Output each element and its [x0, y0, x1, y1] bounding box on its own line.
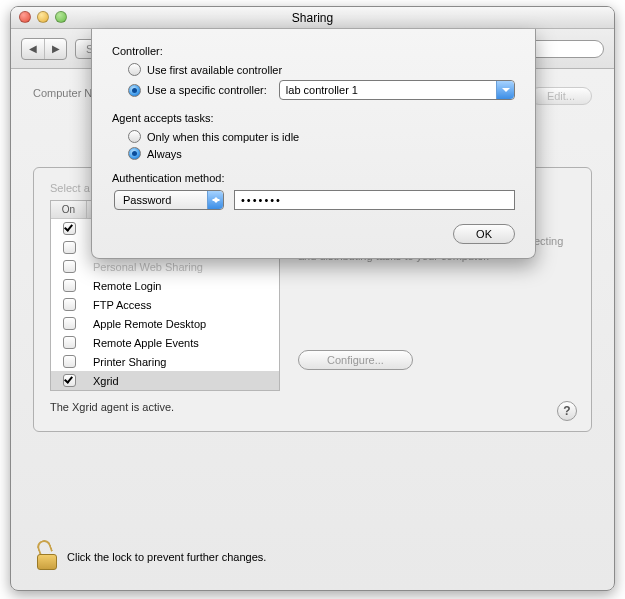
sharing-prefpane-window: Sharing ◀ ▶ Show All Computer Name: Edit…: [10, 6, 615, 591]
popup-value: Password: [123, 194, 171, 206]
help-button[interactable]: ?: [557, 401, 577, 421]
radio-label: Use a specific controller:: [147, 84, 267, 96]
service-checkbox-cell: [51, 298, 87, 312]
service-checkbox-cell: [51, 374, 87, 388]
window-title: Sharing: [292, 11, 333, 25]
checkbox-icon[interactable]: [63, 279, 76, 292]
lock-text: Click the lock to prevent further change…: [67, 551, 266, 563]
service-name: Apple Remote Desktop: [87, 318, 279, 330]
window-controls: [19, 11, 67, 23]
agent-idle[interactable]: Only when this computer is idle: [128, 130, 515, 143]
ok-button[interactable]: OK: [453, 224, 515, 244]
radio-icon: [128, 130, 141, 143]
service-name: Printer Sharing: [87, 356, 279, 368]
stepper-icon: [207, 191, 223, 209]
col-on: On: [51, 201, 87, 218]
table-row[interactable]: Personal Web Sharing: [51, 257, 279, 276]
radio-label: Always: [147, 148, 182, 160]
nav-segmented: ◀ ▶: [21, 38, 67, 60]
lock-icon[interactable]: [37, 544, 59, 570]
combo-value: lab controller 1: [286, 84, 358, 96]
service-name: FTP Access: [87, 299, 279, 311]
controller-first-available[interactable]: Use first available controller: [128, 63, 515, 76]
table-row[interactable]: Xgrid: [51, 371, 279, 390]
radio-icon: [128, 63, 141, 76]
checkbox-icon[interactable]: [63, 241, 76, 254]
service-checkbox-cell: [51, 355, 87, 369]
checkbox-icon[interactable]: [63, 298, 76, 311]
lock-row: Click the lock to prevent further change…: [37, 544, 266, 570]
table-row[interactable]: Remote Apple Events: [51, 333, 279, 352]
checkbox-icon[interactable]: [63, 222, 76, 235]
auth-label: Authentication method:: [112, 172, 515, 184]
table-row[interactable]: FTP Access: [51, 295, 279, 314]
radio-label: Use first available controller: [147, 64, 282, 76]
zoom-icon[interactable]: [55, 11, 67, 23]
close-icon[interactable]: [19, 11, 31, 23]
titlebar: Sharing: [11, 7, 614, 29]
auth-method-popup[interactable]: Password: [114, 190, 224, 210]
radio-label: Only when this computer is idle: [147, 131, 299, 143]
radio-icon: [128, 147, 141, 160]
controller-specific[interactable]: Use a specific controller: lab controlle…: [128, 80, 515, 100]
service-name: Personal Web Sharing: [87, 261, 279, 273]
back-button[interactable]: ◀: [22, 39, 44, 59]
checkbox-icon[interactable]: [63, 374, 76, 387]
chevron-down-icon: [496, 81, 514, 99]
xgrid-configure-sheet: Controller: Use first available controll…: [91, 29, 536, 259]
radio-icon: [128, 84, 141, 97]
service-checkbox-cell: [51, 260, 87, 274]
table-row[interactable]: Printer Sharing: [51, 352, 279, 371]
password-field[interactable]: [234, 190, 515, 210]
service-checkbox-cell: [51, 317, 87, 331]
agent-label: Agent accepts tasks:: [112, 112, 515, 124]
checkbox-icon[interactable]: [63, 317, 76, 330]
controller-combo[interactable]: lab controller 1: [279, 80, 515, 100]
table-row[interactable]: Apple Remote Desktop: [51, 314, 279, 333]
service-checkbox-cell: [51, 241, 87, 255]
controller-label: Controller:: [112, 45, 515, 57]
forward-button[interactable]: ▶: [44, 39, 66, 59]
service-name: Remote Apple Events: [87, 337, 279, 349]
table-row[interactable]: Remote Login: [51, 276, 279, 295]
service-name: Remote Login: [87, 280, 279, 292]
service-checkbox-cell: [51, 279, 87, 293]
service-name: Xgrid: [87, 375, 279, 387]
checkbox-icon[interactable]: [63, 355, 76, 368]
checkbox-icon[interactable]: [63, 260, 76, 273]
service-checkbox-cell: [51, 222, 87, 236]
minimize-icon[interactable]: [37, 11, 49, 23]
configure-button[interactable]: Configure...: [298, 350, 413, 370]
agent-always[interactable]: Always: [128, 147, 515, 160]
status-text: The Xgrid agent is active.: [50, 401, 575, 413]
checkbox-icon[interactable]: [63, 336, 76, 349]
edit-button[interactable]: Edit...: [530, 87, 592, 105]
service-checkbox-cell: [51, 336, 87, 350]
